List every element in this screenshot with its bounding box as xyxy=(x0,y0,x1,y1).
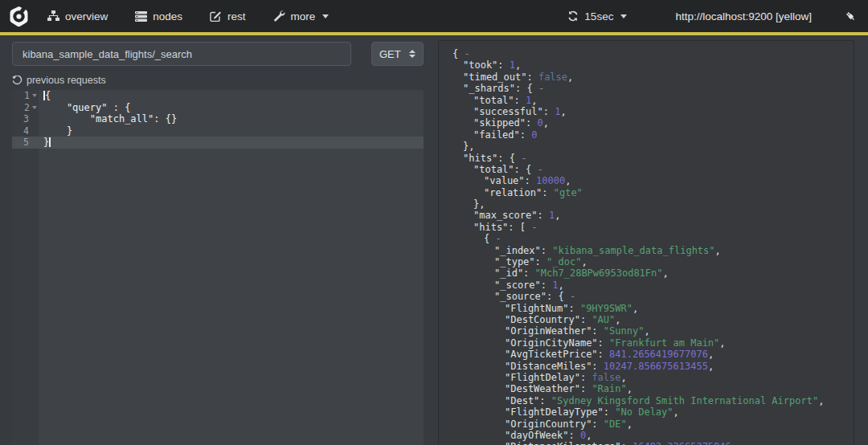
response-line: "skipped": 0, xyxy=(452,117,854,129)
response-line: "timed_out": false, xyxy=(452,71,854,83)
text-cursor xyxy=(49,137,51,147)
response-line: { - xyxy=(452,48,854,59)
response-line: "_type": "_doc", xyxy=(452,256,854,267)
pencil-square-icon xyxy=(210,10,222,22)
nav-item-label: more xyxy=(291,10,316,22)
cerebro-logo-icon xyxy=(8,6,30,27)
response-line: "_source": { - xyxy=(452,291,854,302)
cerebro-logo[interactable] xyxy=(8,6,30,27)
method-select-value: GET xyxy=(379,48,401,60)
response-body: { -"took": 1,"timed_out": false,"_shards… xyxy=(452,48,854,445)
response-line: }, xyxy=(452,141,854,152)
response-line: "took": 1, xyxy=(452,59,854,71)
nav-item-label: nodes xyxy=(153,10,182,22)
editor-line-text: "match_all": {} xyxy=(39,113,177,125)
nav-item-label: rest xyxy=(227,10,246,22)
editor-line-number: 4 xyxy=(12,125,39,137)
editor-line-number: 5 xyxy=(12,137,39,149)
disconnect-button[interactable] xyxy=(844,10,857,22)
refresh-icon xyxy=(567,10,579,22)
refresh-interval-value: 15sec xyxy=(584,10,613,22)
response-line: "DestCountry": "AU", xyxy=(452,314,854,325)
editor-line: 1{ xyxy=(12,90,424,102)
response-line: "FlightDelayType": "No Delay", xyxy=(452,406,854,418)
chevron-down-icon xyxy=(620,14,627,18)
nav-item-more[interactable]: more xyxy=(273,10,330,22)
response-line: "relation": "gte" xyxy=(452,187,854,198)
response-line: "max_score": 1, xyxy=(452,210,854,221)
wrench-icon xyxy=(273,10,285,22)
response-line: "DistanceMiles": 10247.856675613455, xyxy=(452,361,854,372)
response-line: "FlightDelay": false, xyxy=(452,372,854,383)
method-select[interactable]: GET xyxy=(371,42,424,66)
server-list-icon xyxy=(135,11,147,22)
response-line: "FlightNum": "9HY9SWR", xyxy=(452,303,854,314)
nav-item-nodes[interactable]: nodes xyxy=(135,10,182,22)
editor-line-text: } xyxy=(39,137,51,149)
response-line: { - xyxy=(452,233,854,244)
nav-item-label: overview xyxy=(65,10,108,22)
fold-caret-icon[interactable] xyxy=(32,94,37,97)
response-line: "_score": 1, xyxy=(452,280,854,291)
response-line: "total": 1, xyxy=(452,95,854,106)
response-line: }, xyxy=(452,198,854,210)
response-line: "DistanceKilometers": 16492.32665375846, xyxy=(452,441,854,445)
select-updown-icon xyxy=(409,50,416,58)
response-line: "total": { - xyxy=(452,164,854,175)
request-path-input[interactable] xyxy=(12,42,351,66)
editor-line-text: } xyxy=(39,125,72,137)
previous-requests-link[interactable]: previous requests xyxy=(12,75,106,86)
editor-line: 5} xyxy=(12,137,424,149)
response-line: "OriginWeather": "Sunny", xyxy=(452,325,854,337)
cluster-host-status[interactable]: http://localhost:9200 [yellow] xyxy=(675,10,812,22)
nav-item-rest[interactable]: rest xyxy=(210,10,246,22)
editor-line: 2 "query" : { xyxy=(12,102,424,114)
request-editor[interactable]: 1{2 "query" : {3 "match_all": {}4 }5} xyxy=(12,90,424,445)
response-line: "hits": { - xyxy=(452,153,854,164)
history-icon xyxy=(12,76,23,86)
editor-line-number: 1 xyxy=(12,90,39,102)
response-line: "AvgTicketPrice": 841.2656419677076, xyxy=(452,349,854,360)
response-line: "dayOfWeek": 0, xyxy=(452,430,854,441)
response-line: "Dest": "Sydney Kingsford Smith Internat… xyxy=(452,395,854,406)
top-navbar: overview nodes rest xyxy=(0,0,868,32)
editor-line-number: 2 xyxy=(12,102,39,114)
response-line: "OriginCountry": "DE", xyxy=(452,418,854,430)
response-line: "OriginCityName": "Frankfurt am Main", xyxy=(452,337,854,349)
editor-line: 3 "match_all": {} xyxy=(12,113,424,125)
response-line: "_shards": { - xyxy=(452,83,854,94)
refresh-interval-select[interactable]: 15sec xyxy=(567,10,627,22)
rest-page: GET previous requests 1{2 "query" : {3 "… xyxy=(0,35,868,445)
response-line: "_index": "kibana_sample_data_flights", xyxy=(452,245,854,256)
response-line: "hits": [ - xyxy=(452,222,854,233)
editor-line-number: 3 xyxy=(12,113,39,125)
sitemap-icon xyxy=(47,10,59,22)
response-line: "value": 10000, xyxy=(452,175,854,186)
editor-line-text: { xyxy=(39,90,51,102)
previous-requests-label: previous requests xyxy=(27,75,106,86)
nav-item-overview[interactable]: overview xyxy=(47,10,108,22)
response-line: "successful": 1, xyxy=(452,106,854,117)
plug-icon xyxy=(844,10,857,22)
response-panel[interactable]: { -"took": 1,"timed_out": false,"_shards… xyxy=(438,40,854,445)
response-line: "failed": 0 xyxy=(452,129,854,141)
editor-line-text: "query" : { xyxy=(39,102,130,114)
chevron-down-icon xyxy=(322,14,329,18)
editor-line: 4 } xyxy=(12,125,424,137)
response-line: "_id": "Mch7_28BPw6953od81Fn", xyxy=(452,267,854,279)
response-line: "DestWeather": "Rain", xyxy=(452,383,854,394)
fold-caret-icon[interactable] xyxy=(32,106,37,109)
